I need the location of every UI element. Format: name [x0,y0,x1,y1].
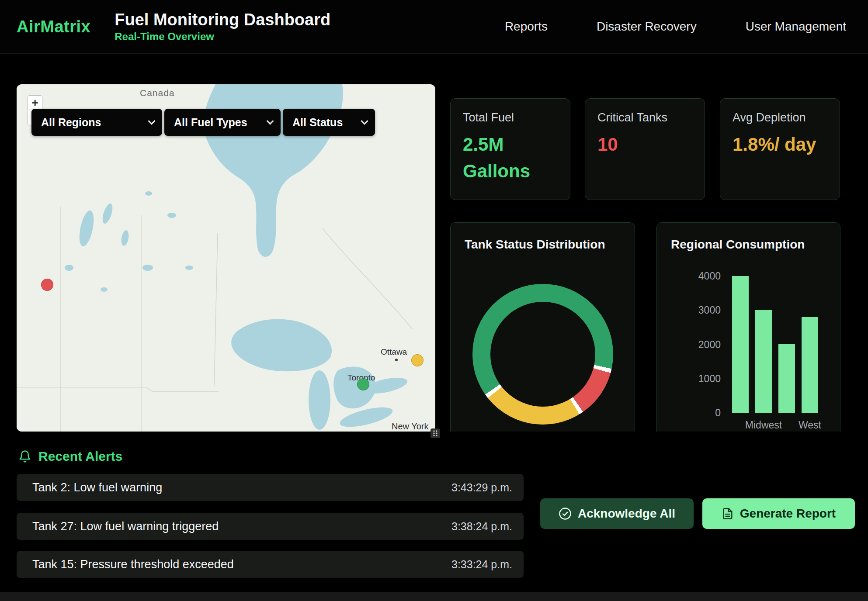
map-label-canada: Canada [140,88,175,98]
tank-status-card: Tank Status Distribution [450,222,635,449]
ottawa-city-dot [395,359,398,361]
acknowledge-all-label: Acknowledge All [578,507,675,521]
footer-strip [0,592,868,601]
chevron-down-icon [148,117,156,125]
critical-tank-marker[interactable] [41,279,53,291]
map-panel[interactable]: Canada Ottawa Toronto New York + − All R… [17,84,435,432]
stat-label: Critical Tanks [597,111,692,124]
y-tick: 0 [715,407,721,419]
stat-label: Total Fuel [463,111,558,124]
alert-text: Tank 2: Low fuel warning [32,481,162,494]
regional-consumption-card: Regional Consumption 01000200030004000 M… [656,222,840,449]
nav-user-management[interactable]: User Management [746,20,846,34]
bar-1 [755,310,772,413]
stat-card-total-fuel: Total Fuel 2.5M Gallons [450,98,570,200]
bar-2 [778,344,795,413]
title-block: Fuel Monitoring Dashboard Real-Time Over… [115,10,330,43]
fuel-type-filter-value: All Fuel Types [174,116,247,129]
page-subtitle: Real-Time Overview [115,31,330,43]
zoom-in-button[interactable]: + [28,95,42,110]
map-label-ottawa: Ottawa [381,347,407,357]
stat-value-total-fuel: 2.5M Gallons [463,131,558,185]
app-logo: AirMatrix [17,17,90,36]
nav-disaster-recovery[interactable]: Disaster Recovery [597,20,697,34]
nav-reports[interactable]: Reports [505,20,548,34]
bar-3 [802,317,818,413]
generate-report-button[interactable]: Generate Report [702,498,855,529]
alert-time: 3:43:29 p.m. [451,481,512,494]
stat-card-avg-depletion: Avg Depletion 1.8%/ day [720,98,840,200]
report-document-icon [722,508,734,520]
x-label-west: West [799,419,821,431]
y-tick: 1000 [698,373,721,385]
warning-tank-marker[interactable] [411,354,424,366]
stat-value-critical-tanks: 10 [597,131,692,158]
alert-text: Tank 27: Low fuel warning triggered [32,520,219,533]
tank-status-donut [472,284,613,425]
bell-icon [18,450,31,463]
y-tick: 4000 [698,270,721,282]
region-filter-select[interactable]: All Regions [31,109,162,136]
bar-yticks: 01000200030004000 [657,276,726,413]
alerts-section: Recent Alerts Tank 2: Low fuel warning 3… [0,432,868,601]
alerts-heading-row: Recent Alerts [18,449,122,464]
status-filter-value: All Status [292,116,343,129]
header-nav: Reports Disaster Recovery User Managemen… [505,20,846,34]
map-label-new-york: New York [392,421,429,432]
alert-time: 3:38:24 p.m. [451,520,512,533]
alert-row[interactable]: Tank 27: Low fuel warning triggered 3:38… [17,513,524,540]
acknowledge-all-button[interactable]: Acknowledge All [540,498,694,529]
x-label-midwest: Midwest [745,419,782,431]
check-circle-icon [559,507,572,520]
chevron-down-icon [267,117,274,125]
bar-plot [732,276,818,413]
alert-text: Tank 15: Pressure threshold exceeded [32,558,234,571]
y-tick: 2000 [698,339,721,351]
stat-value-avg-depletion: 1.8%/ day [733,131,827,158]
fuel-type-filter-select[interactable]: All Fuel Types [164,109,281,136]
fuel-monitoring-dashboard: AirMatrix Fuel Monitoring Dashboard Real… [0,0,868,601]
tank-status-title: Tank Status Distribution [465,238,635,252]
region-filter-value: All Regions [41,116,101,129]
alert-row[interactable]: Tank 2: Low fuel warning 3:43:29 p.m. [17,474,524,501]
stat-card-critical-tanks: Critical Tanks 10 [585,98,705,200]
chevron-down-icon [361,117,368,125]
stat-label: Avg Depletion [733,111,827,124]
page-title: Fuel Monitoring Dashboard [115,10,330,30]
header: AirMatrix Fuel Monitoring Dashboard Real… [0,0,868,54]
status-filter-select[interactable]: All Status [283,109,375,136]
generate-report-label: Generate Report [740,507,836,521]
regional-consumption-title: Regional Consumption [671,238,840,252]
map-resize-handle-icon[interactable] [431,428,440,438]
bar-0 [732,276,749,413]
alert-time: 3:33:24 p.m. [451,558,512,571]
y-tick: 3000 [698,304,721,316]
normal-tank-marker[interactable] [357,378,369,390]
alerts-heading: Recent Alerts [38,449,122,464]
alert-row[interactable]: Tank 15: Pressure threshold exceeded 3:3… [17,551,524,578]
bar-xlabels: MidwestWest [732,419,818,432]
